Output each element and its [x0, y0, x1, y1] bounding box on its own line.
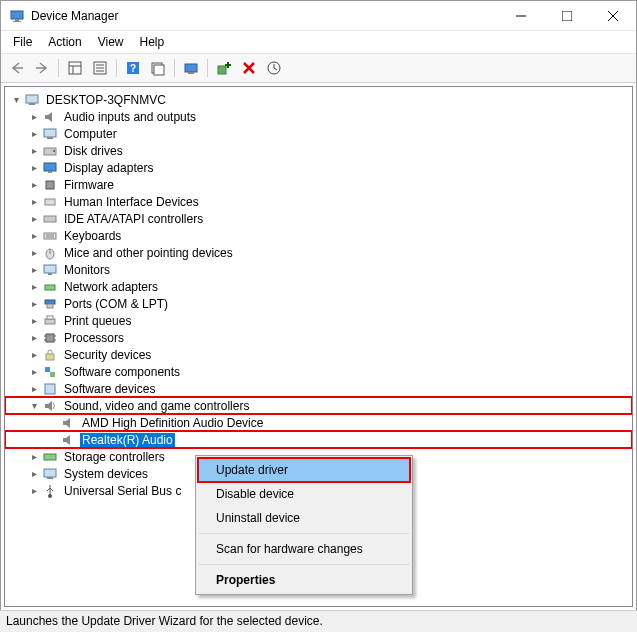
chip-icon: [42, 177, 58, 193]
tree-item-firmware[interactable]: ▸Firmware: [5, 176, 632, 193]
show-hide-console-button[interactable]: [63, 57, 87, 79]
chevron-down-icon[interactable]: ▾: [9, 93, 23, 107]
tree-item-display[interactable]: ▸Display adapters: [5, 159, 632, 176]
update-driver-button[interactable]: [262, 57, 286, 79]
chevron-right-icon[interactable]: ▸: [27, 229, 41, 243]
chevron-right-icon[interactable]: ▸: [27, 144, 41, 158]
menu-file[interactable]: File: [5, 33, 40, 51]
uninstall-button[interactable]: [237, 57, 261, 79]
svg-rect-54: [44, 454, 56, 460]
chevron-right-icon[interactable]: ▸: [27, 195, 41, 209]
tree-label: Software devices: [62, 382, 157, 396]
menu-view[interactable]: View: [90, 33, 132, 51]
properties-button[interactable]: [88, 57, 112, 79]
tree-item-disk[interactable]: ▸Disk drives: [5, 142, 632, 159]
tree-item-network[interactable]: ▸Network adapters: [5, 278, 632, 295]
chevron-right-icon[interactable]: ▸: [27, 110, 41, 124]
chevron-right-icon[interactable]: ▸: [27, 127, 41, 141]
tree-label: Sound, video and game controllers: [62, 399, 251, 413]
monitor-icon: [42, 262, 58, 278]
tree-label: Computer: [62, 127, 119, 141]
ctx-properties[interactable]: Properties: [198, 568, 410, 592]
forward-button[interactable]: [30, 57, 54, 79]
help-button[interactable]: ?: [121, 57, 145, 79]
usb-icon: [42, 483, 58, 499]
scan-hardware-button[interactable]: [179, 57, 203, 79]
chevron-right-icon[interactable]: ▸: [27, 161, 41, 175]
svg-rect-25: [47, 137, 53, 139]
chevron-right-icon[interactable]: ▸: [27, 314, 41, 328]
tree-item-software-devices[interactable]: ▸Software devices: [5, 380, 632, 397]
svg-rect-32: [44, 216, 56, 222]
svg-rect-39: [48, 273, 52, 275]
tree-item-monitors[interactable]: ▸Monitors: [5, 261, 632, 278]
tree-label: Processors: [62, 331, 126, 345]
svg-rect-45: [46, 334, 54, 342]
tree-item-hid[interactable]: ▸Human Interface Devices: [5, 193, 632, 210]
menu-help[interactable]: Help: [132, 33, 173, 51]
chevron-right-icon[interactable]: ▸: [27, 178, 41, 192]
ctx-disable-device[interactable]: Disable device: [198, 482, 410, 506]
tree-label: IDE ATA/ATAPI controllers: [62, 212, 205, 226]
tree-root[interactable]: ▾ DESKTOP-3QFNMVC: [5, 91, 632, 108]
tree-item-audio[interactable]: ▸Audio inputs and outputs: [5, 108, 632, 125]
chevron-right-icon[interactable]: ▸: [27, 382, 41, 396]
chevron-right-icon[interactable]: ▸: [27, 263, 41, 277]
svg-rect-1: [15, 19, 19, 21]
tree-item-software-components[interactable]: ▸Software components: [5, 363, 632, 380]
ctx-update-driver[interactable]: Update driver: [198, 458, 410, 482]
tree-label: Print queues: [62, 314, 133, 328]
chevron-right-icon[interactable]: ▸: [27, 331, 41, 345]
close-button[interactable]: [590, 1, 636, 31]
tree-item-security[interactable]: ▸Security devices: [5, 346, 632, 363]
chevron-down-icon[interactable]: ▾: [27, 399, 41, 413]
chevron-right-icon[interactable]: ▸: [27, 348, 41, 362]
chevron-right-icon[interactable]: ▸: [27, 365, 41, 379]
ctx-uninstall-device[interactable]: Uninstall device: [198, 506, 410, 530]
svg-rect-41: [45, 300, 55, 304]
chevron-right-icon[interactable]: ▸: [27, 280, 41, 294]
svg-rect-31: [45, 199, 55, 205]
svg-rect-19: [188, 72, 194, 74]
tree-item-keyboards[interactable]: ▸Keyboards: [5, 227, 632, 244]
tree-label: Human Interface Devices: [62, 195, 201, 209]
svg-rect-29: [48, 171, 52, 173]
svg-rect-56: [47, 477, 53, 479]
svg-rect-43: [45, 319, 55, 324]
ide-icon: [42, 211, 58, 227]
svg-rect-42: [47, 304, 53, 308]
minimize-button[interactable]: [498, 1, 544, 31]
maximize-button[interactable]: [544, 1, 590, 31]
tree-label: Software components: [62, 365, 182, 379]
chevron-right-icon[interactable]: ▸: [27, 450, 41, 464]
svg-point-27: [53, 150, 55, 152]
ctx-scan-hardware[interactable]: Scan for hardware changes: [198, 537, 410, 561]
tree-item-sound[interactable]: ▾Sound, video and game controllers: [5, 397, 632, 414]
chevron-right-icon[interactable]: ▸: [27, 212, 41, 226]
hid-icon: [42, 194, 58, 210]
svg-rect-33: [44, 233, 56, 239]
tree-item-realtek[interactable]: ▸Realtek(R) Audio: [5, 431, 632, 448]
action-button[interactable]: [146, 57, 170, 79]
tree-item-ports[interactable]: ▸Ports (COM & LPT): [5, 295, 632, 312]
separator: [199, 564, 409, 565]
back-button[interactable]: [5, 57, 29, 79]
context-menu: Update driver Disable device Uninstall d…: [195, 455, 413, 595]
chevron-right-icon[interactable]: ▸: [27, 246, 41, 260]
menu-action[interactable]: Action: [40, 33, 89, 51]
speaker-icon: [60, 415, 76, 431]
tree-item-processors[interactable]: ▸Processors: [5, 329, 632, 346]
tree-item-computer[interactable]: ▸Computer: [5, 125, 632, 142]
svg-rect-7: [69, 62, 81, 74]
tree-item-amd-audio[interactable]: ▸AMD High Definition Audio Device: [5, 414, 632, 431]
tree-label: AMD High Definition Audio Device: [80, 416, 265, 430]
chevron-right-icon[interactable]: ▸: [27, 297, 41, 311]
add-hardware-button[interactable]: [212, 57, 236, 79]
svg-rect-53: [45, 384, 55, 394]
chevron-right-icon[interactable]: ▸: [27, 484, 41, 498]
tree-item-ide[interactable]: ▸IDE ATA/ATAPI controllers: [5, 210, 632, 227]
tree-item-print[interactable]: ▸Print queues: [5, 312, 632, 329]
chevron-right-icon[interactable]: ▸: [27, 467, 41, 481]
tree-item-mice[interactable]: ▸Mice and other pointing devices: [5, 244, 632, 261]
svg-rect-52: [50, 372, 55, 377]
